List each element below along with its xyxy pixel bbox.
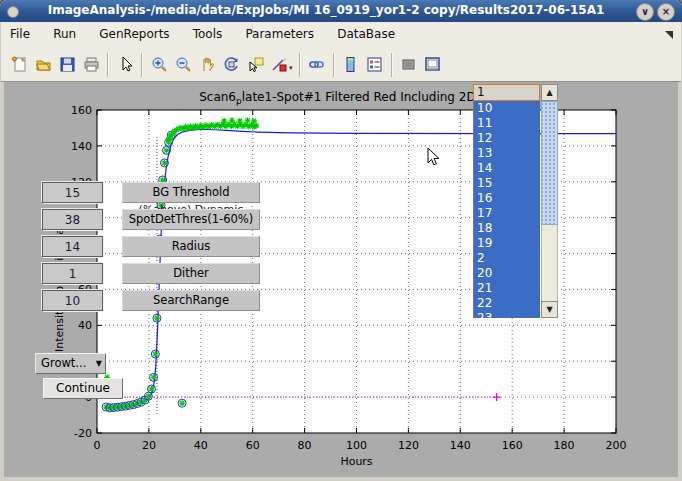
brush-data-icon[interactable] bbox=[267, 53, 291, 77]
x-tick-label: 180 bbox=[554, 439, 575, 452]
list-item[interactable]: 2 bbox=[474, 251, 540, 266]
list-item[interactable]: 10 bbox=[474, 101, 540, 116]
data-point bbox=[237, 118, 243, 124]
spotdetthres-field[interactable]: 38 bbox=[42, 209, 103, 230]
insert-legend-icon[interactable] bbox=[363, 53, 387, 77]
app-window: ImageAnalysis-/media/data/ExpJobs/MI 16_… bbox=[0, 0, 682, 481]
new-figure-icon[interactable] bbox=[7, 53, 31, 77]
insert-colorbar-icon[interactable] bbox=[339, 53, 363, 77]
data-point bbox=[245, 117, 251, 123]
y-tick-label: 160 bbox=[71, 104, 92, 117]
bg-threshold-button[interactable]: BG Threshold bbox=[122, 182, 260, 203]
menu-genreports[interactable]: GenReports bbox=[90, 22, 178, 41]
pan-hand-icon[interactable] bbox=[195, 53, 219, 77]
x-tick-label: 40 bbox=[194, 439, 208, 452]
data-cursor-icon[interactable] bbox=[243, 53, 267, 77]
toolbar-separator bbox=[333, 53, 335, 77]
rotate-3d-icon[interactable] bbox=[219, 53, 243, 77]
menu-tools[interactable]: Tools bbox=[184, 22, 232, 41]
menu-file[interactable]: File bbox=[1, 22, 39, 41]
shade-window-button[interactable]: ∨ bbox=[636, 3, 654, 21]
list-item[interactable]: 20 bbox=[474, 266, 540, 281]
x-tick-label: 160 bbox=[502, 439, 523, 452]
window-title: ImageAnalysis-/media/data/ExpJobs/MI 16_… bbox=[30, 3, 622, 17]
close-window-button[interactable]: × bbox=[657, 3, 675, 21]
x-tick-label: 100 bbox=[346, 439, 367, 452]
x-tick-label: 60 bbox=[246, 439, 260, 452]
spot-number-dropdown: 1 ▲ 10111213141516171819220212223 ▼ bbox=[473, 84, 558, 318]
menu-run[interactable]: Run bbox=[44, 22, 85, 41]
x-tick-label: 200 bbox=[606, 439, 627, 452]
edit-pointer-icon[interactable] bbox=[113, 53, 137, 77]
brush-dropdown-arrow-icon[interactable]: ▾ bbox=[289, 64, 293, 72]
menubar: File Run GenReports Tools Parameters Dat… bbox=[1, 22, 681, 49]
window-menu-icon[interactable] bbox=[7, 6, 19, 18]
growth-popup-label: Growt... bbox=[41, 356, 86, 370]
titlebar[interactable]: ImageAnalysis-/media/data/ExpJobs/MI 16_… bbox=[0, 0, 682, 22]
list-item[interactable]: 17 bbox=[474, 206, 540, 221]
x-tick-label: 20 bbox=[142, 439, 156, 452]
spotdetthres-button[interactable]: SpotDetThres(1-60%) bbox=[122, 209, 260, 230]
print-figure-icon[interactable] bbox=[79, 53, 103, 77]
continue-button[interactable]: Continue bbox=[43, 378, 123, 399]
data-point bbox=[148, 386, 154, 392]
data-point bbox=[229, 117, 235, 123]
searchrange-button[interactable]: SearchRange bbox=[122, 290, 260, 311]
y-tick-label: -20 bbox=[74, 427, 92, 440]
radius-field[interactable]: 14 bbox=[42, 236, 103, 257]
list-item[interactable]: 15 bbox=[474, 176, 540, 191]
x-tick-label: 80 bbox=[298, 439, 312, 452]
toolbar-separator bbox=[141, 53, 143, 77]
list-item[interactable]: 11 bbox=[474, 116, 540, 131]
list-item[interactable]: 22 bbox=[474, 296, 540, 311]
list-item[interactable]: 13 bbox=[474, 146, 540, 161]
toolbar-separator bbox=[391, 53, 393, 77]
dither-button[interactable]: Dither bbox=[122, 263, 260, 284]
dropdown-value-field[interactable]: 1 bbox=[473, 84, 540, 101]
data-point bbox=[145, 393, 151, 399]
data-point bbox=[221, 118, 227, 124]
toolbar-separator bbox=[299, 53, 301, 77]
list-item[interactable]: 16 bbox=[474, 191, 540, 206]
y-tick-label: 140 bbox=[71, 140, 92, 153]
list-item[interactable]: 19 bbox=[474, 236, 540, 251]
figure-toolbar: ▾ bbox=[1, 48, 681, 82]
list-item[interactable]: 18 bbox=[474, 221, 540, 236]
x-tick-label: 0 bbox=[94, 439, 101, 452]
y-tick-label: 40 bbox=[78, 319, 92, 332]
list-item[interactable]: 23 bbox=[474, 311, 540, 318]
scrollbar-track[interactable] bbox=[541, 225, 558, 301]
data-point bbox=[152, 351, 158, 357]
searchrange-field[interactable]: 10 bbox=[42, 290, 103, 311]
popup-arrow-icon: ▼ bbox=[96, 354, 102, 374]
growth-popup-button[interactable]: Growt...▼ bbox=[35, 353, 106, 374]
dropdown-list[interactable]: 10111213141516171819220212223 bbox=[473, 101, 540, 318]
scrollbar-up-icon[interactable]: ▲ bbox=[541, 84, 558, 101]
mouse-cursor bbox=[427, 147, 441, 167]
list-item[interactable]: 14 bbox=[474, 161, 540, 176]
zoom-in-icon[interactable] bbox=[147, 53, 171, 77]
bg-threshold-field[interactable]: 15 bbox=[42, 182, 103, 203]
open-file-icon[interactable] bbox=[31, 53, 55, 77]
menu-overflow-icon[interactable] bbox=[665, 31, 673, 39]
data-point bbox=[179, 400, 185, 406]
scrollbar-down-icon[interactable]: ▼ bbox=[541, 301, 558, 318]
dock-figure-icon[interactable] bbox=[421, 53, 445, 77]
radius-button[interactable]: Radius bbox=[122, 236, 260, 257]
list-item[interactable]: 21 bbox=[474, 281, 540, 296]
hide-plot-tools-icon[interactable] bbox=[397, 53, 421, 77]
zoom-out-icon[interactable] bbox=[171, 53, 195, 77]
menu-parameters[interactable]: Parameters bbox=[236, 22, 323, 41]
list-item[interactable]: 12 bbox=[474, 131, 540, 146]
data-point bbox=[154, 315, 160, 321]
plot-title: Scan6plate1-Spot#1 Filtered Red Includin… bbox=[199, 90, 514, 106]
menu-database[interactable]: DataBase bbox=[328, 22, 404, 41]
scrollbar-thumb[interactable] bbox=[541, 101, 558, 225]
save-figure-icon[interactable] bbox=[55, 53, 79, 77]
data-point bbox=[251, 118, 257, 124]
dither-field[interactable]: 1 bbox=[42, 263, 103, 284]
x-tick-label: 140 bbox=[450, 439, 471, 452]
data-point bbox=[161, 160, 167, 166]
link-plot-icon[interactable] bbox=[305, 53, 329, 77]
x-axis-label: Hours bbox=[340, 455, 372, 468]
